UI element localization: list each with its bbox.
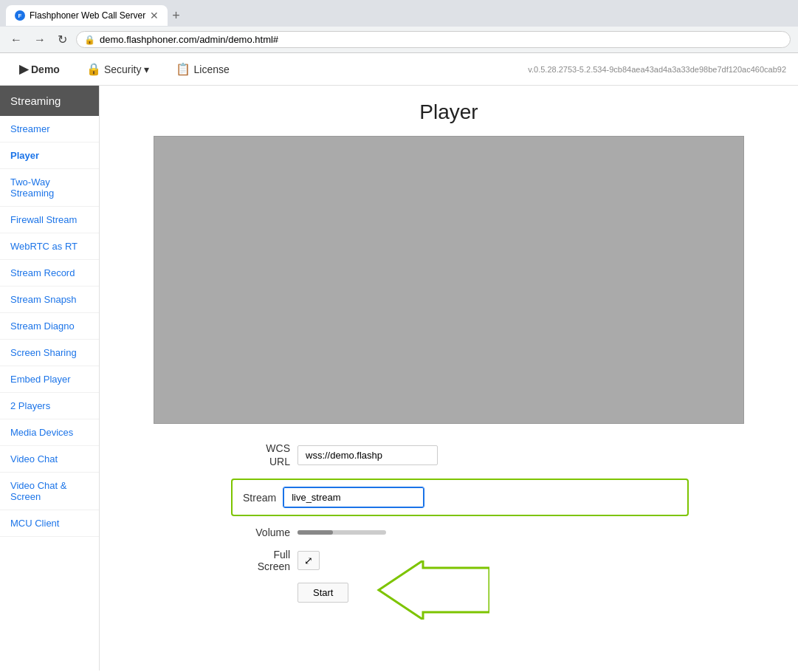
sidebar-item-label: Video Chat & Screen [10,480,66,502]
sidebar-item-label: Screen Sharing [10,347,77,358]
shield-icon: 🔒 [86,62,101,76]
sidebar-item-two-way[interactable]: Two-Way Streaming [0,169,99,207]
page-title: Player [129,100,768,124]
volume-slider-fill [297,530,333,535]
browser-chrome: F Flashphoner Web Call Server ✕ + ← → ↻ … [0,0,798,53]
fullscreen-label: FullScreen [231,549,290,572]
wcs-url-input[interactable] [297,445,438,465]
video-player [154,136,744,424]
sidebar-item-diagnostics[interactable]: Stream Diagno [0,313,99,340]
sidebar-item-video-chat[interactable]: Video Chat [0,446,99,473]
version-text: v.0.5.28.2753-5.2.534-9cb84aea43ad4a3a33… [528,65,786,74]
sidebar-item-label: Stream Diagno [10,320,75,332]
url-text: demo.flashphoner.com/admin/demo.html# [100,34,278,45]
sidebar-item-label: Media Devices [10,427,73,438]
sidebar-item-firewall[interactable]: Firewall Stream [0,207,99,233]
start-label: Start [313,587,333,598]
stream-group: Stream [231,479,689,516]
sidebar-item-label: WebRTC as RT [10,241,78,252]
stream-label: Stream [243,492,276,504]
sidebar-item-player[interactable]: Player [0,143,99,169]
app-header: ▶ Demo 🔒 Security ▾ 📋 License v.0.5.28.2… [0,53,798,86]
sidebar-item-webrtc[interactable]: WebRTC as RT [0,233,99,260]
sidebar-item-label: Stream Snapsh [10,294,77,305]
volume-row: Volume [231,527,689,538]
demo-nav-item[interactable]: ▶ Demo [12,58,67,80]
sidebar-item-embed-player[interactable]: Embed Player [0,366,99,393]
sidebar-item-label: Embed Player [10,374,71,385]
fullscreen-button[interactable]: ⤢ [297,551,320,570]
sidebar-item-label: Stream Record [10,267,75,278]
fullscreen-icon: ⤢ [304,555,313,566]
new-tab-button[interactable]: + [172,9,180,22]
license-icon: 📋 [176,62,190,76]
sidebar-section-label: Streaming [10,95,61,107]
tab-close-button[interactable]: ✕ [150,10,159,21]
sidebar-item-label: Video Chat [10,453,58,464]
sidebar-item-snapshot[interactable]: Stream Snapsh [0,287,99,313]
fullscreen-row: FullScreen ⤢ [231,549,689,572]
lock-icon: 🔒 [84,35,95,45]
sidebar-item-label: MCU Client [10,518,59,529]
wcs-url-row: WCSURL [231,442,689,468]
main-layout: Streaming Streamer Player Two-Way Stream… [0,86,798,671]
address-input[interactable]: 🔒 demo.flashphoner.com/admin/demo.html# [76,31,791,48]
forward-button[interactable]: → [31,32,49,48]
sidebar-item-media-devices[interactable]: Media Devices [0,419,99,446]
dropdown-arrow-icon: ▾ [144,64,149,75]
sidebar-item-label: 2 Players [10,400,50,411]
address-bar: ← → ↻ 🔒 demo.flashphoner.com/admin/demo.… [0,27,798,52]
sidebar-item-label: Player [10,150,39,161]
main-content: Player WCSURL Stream Volume [100,86,798,671]
sidebar-item-label: Two-Way Streaming [10,176,54,199]
start-button[interactable]: Start [297,583,348,603]
sidebar-item-2players[interactable]: 2 Players [0,393,99,419]
tab-favicon: F [15,10,25,21]
start-row: Start [231,583,689,603]
sidebar: Streaming Streamer Player Two-Way Stream… [0,86,100,671]
play-icon: ▶ [19,62,28,76]
browser-tab[interactable]: F Flashphoner Web Call Server ✕ [6,5,168,26]
license-label: License [193,64,229,75]
sidebar-section-streaming[interactable]: Streaming [0,86,99,116]
refresh-button[interactable]: ↻ [55,31,70,48]
sidebar-item-label: Streamer [10,123,49,134]
security-label: Security [104,64,142,75]
stream-input[interactable] [283,487,424,507]
form-area: WCSURL Stream Volume FullScreen ⤢ [209,442,689,603]
sidebar-item-streamer[interactable]: Streamer [0,116,99,143]
license-nav-item[interactable]: 📋 License [168,58,236,80]
tab-title: Flashphoner Web Call Server [30,10,145,21]
sidebar-item-mcu-client[interactable]: MCU Client [0,510,99,537]
security-nav-item[interactable]: 🔒 Security ▾ [79,58,157,80]
tab-bar: F Flashphoner Web Call Server ✕ + [0,0,798,27]
volume-slider[interactable] [297,530,386,535]
sidebar-item-record[interactable]: Stream Record [0,260,99,287]
wcs-url-label: WCSURL [231,442,290,468]
back-button[interactable]: ← [7,32,25,48]
demo-label: Demo [31,64,60,75]
sidebar-item-screen-sharing[interactable]: Screen Sharing [0,340,99,366]
sidebar-item-video-chat-screen[interactable]: Video Chat & Screen [0,473,99,510]
volume-label: Volume [231,527,290,538]
sidebar-item-label: Firewall Stream [10,214,77,225]
